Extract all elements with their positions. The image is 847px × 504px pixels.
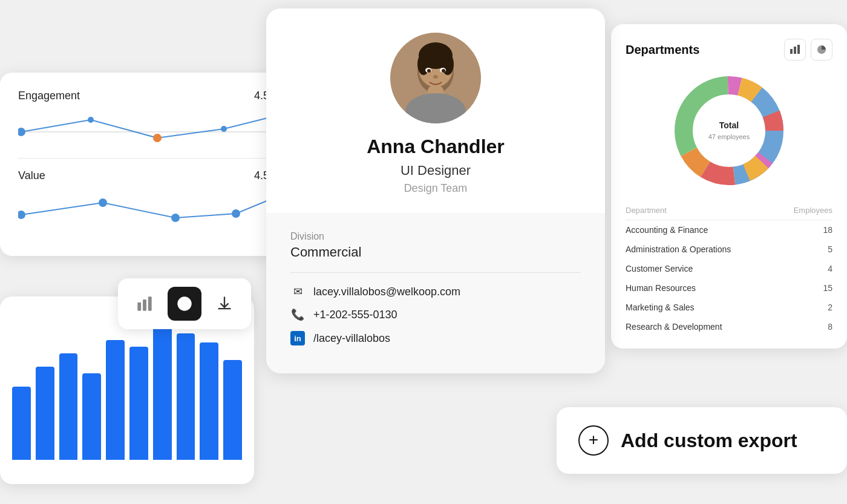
- dept-table: Department Employees Accounting & Financ…: [626, 203, 832, 336]
- bar-item: [12, 387, 31, 460]
- dept-table-row: Accounting & Finance18: [626, 220, 832, 240]
- dept-bar-icon: [790, 44, 800, 55]
- svg-point-3: [153, 134, 162, 142]
- phone-contact-item: 📞 +1-202-555-0130: [290, 308, 581, 321]
- dept-header: Departments: [626, 39, 832, 61]
- avatar: [390, 33, 481, 123]
- dept-cell: Marketing & Sales: [626, 298, 777, 317]
- engagement-card: Engagement 4.5/6 Value 4.5/6: [0, 73, 309, 256]
- bar-item: [59, 353, 78, 460]
- engagement-title: Engagement: [18, 90, 80, 102]
- profile-card: Anna Chandler UI Designer Design Team Di…: [266, 8, 605, 373]
- svg-rect-11: [137, 303, 141, 311]
- dept-pie-view-button[interactable]: [811, 39, 832, 61]
- svg-point-9: [232, 209, 240, 218]
- dept-cell: Human Resources: [626, 278, 777, 298]
- bar-chart-icon: [136, 295, 153, 312]
- icon-toolbar-card: [118, 278, 251, 329]
- email-contact-item: ✉ lacey.villalobos@welkoop.com: [290, 285, 581, 298]
- dept-cell: Research & Development: [626, 317, 777, 336]
- svg-rect-12: [143, 299, 146, 311]
- emp-count-cell: 2: [777, 298, 832, 317]
- bar-item: [82, 373, 101, 460]
- svg-point-26: [433, 75, 438, 79]
- profile-bottom-section: Division Commercial ✉ lacey.villalobos@w…: [266, 213, 605, 373]
- svg-point-6: [18, 211, 25, 219]
- departments-card: Departments: [611, 24, 847, 349]
- bar-item: [36, 367, 54, 460]
- dept-view-buttons: [784, 39, 832, 61]
- profile-top-section: Anna Chandler UI Designer Design Team: [266, 8, 605, 213]
- export-card[interactable]: + Add custom export: [557, 407, 847, 474]
- value-metric: Value 4.5/6: [18, 169, 290, 227]
- svg-point-24: [427, 69, 431, 73]
- emp-count-cell: 4: [777, 259, 832, 278]
- download-icon: [216, 295, 233, 312]
- bar-item: [106, 340, 125, 460]
- bar-item: [200, 342, 218, 460]
- svg-rect-28: [794, 47, 796, 54]
- svg-point-4: [221, 126, 227, 132]
- division-label: Division: [290, 231, 581, 242]
- svg-point-8: [171, 214, 180, 222]
- plus-circle-icon: +: [578, 425, 609, 456]
- dept-title: Departments: [626, 43, 699, 57]
- linkedin-contact-item: in /lacey-villalobos: [290, 331, 581, 345]
- bar-chart-button[interactable]: [128, 287, 162, 321]
- emp-count-cell: 8: [777, 317, 832, 336]
- export-label: Add custom export: [621, 430, 797, 452]
- bar-item: [177, 333, 195, 460]
- dept-pie-icon: [816, 44, 827, 55]
- donut-chart-container: Total 47 employees: [626, 70, 832, 191]
- bar-item: [223, 360, 242, 460]
- engagement-metric: Engagement 4.5/6: [18, 90, 290, 147]
- profile-name: Anna Chandler: [290, 136, 581, 158]
- engagement-line-chart: [18, 111, 290, 147]
- emp-col-header: Employees: [777, 203, 832, 220]
- emp-count-cell: 5: [777, 240, 832, 259]
- dept-table-row: Administration & Operations5: [626, 240, 832, 259]
- donut-center-sub: 47 employees: [708, 133, 750, 140]
- emp-count-cell: 15: [777, 278, 832, 298]
- svg-point-1: [18, 128, 25, 136]
- svg-point-25: [442, 69, 445, 73]
- donut-inner-circle: [702, 103, 756, 158]
- svg-rect-13: [148, 296, 152, 310]
- dept-table-row: Research & Development8: [626, 317, 832, 336]
- svg-point-2: [88, 117, 94, 123]
- bar-item: [153, 327, 172, 460]
- svg-rect-27: [790, 49, 793, 54]
- bar-chart-inner: [12, 309, 242, 460]
- pie-chart-icon: [176, 295, 193, 312]
- donut-chart: Total 47 employees: [669, 70, 790, 191]
- svg-point-7: [99, 198, 107, 207]
- dept-table-row: Customer Service4: [626, 259, 832, 278]
- profile-divider: [290, 272, 581, 273]
- dept-cell: Customer Service: [626, 259, 777, 278]
- linkedin-icon: in: [290, 331, 305, 345]
- phone-icon: 📞: [290, 308, 305, 321]
- linkedin-text: /lacey-villalobos: [313, 332, 390, 345]
- dept-col-header: Department: [626, 203, 777, 220]
- phone-text: +1-202-555-0130: [313, 309, 397, 321]
- profile-team: Design Team: [290, 182, 581, 195]
- svg-rect-29: [797, 45, 800, 54]
- dept-cell: Accounting & Finance: [626, 220, 777, 240]
- email-icon: ✉: [290, 285, 305, 298]
- profile-job-title: UI Designer: [290, 163, 581, 178]
- emp-count-cell: 18: [777, 220, 832, 240]
- value-line-chart: [18, 191, 290, 227]
- download-button[interactable]: [208, 287, 241, 321]
- dept-table-row: Human Resources15: [626, 278, 832, 298]
- pie-chart-button[interactable]: [168, 287, 201, 321]
- metric-divider: [18, 158, 290, 159]
- bar-item: [129, 347, 148, 460]
- dept-bar-view-button[interactable]: [784, 39, 806, 61]
- email-text: lacey.villalobos@welkoop.com: [313, 286, 460, 298]
- dept-table-row: Marketing & Sales2: [626, 298, 832, 317]
- donut-center-label: Total: [719, 120, 739, 130]
- value-title: Value: [18, 169, 45, 182]
- division-value: Commercial: [290, 244, 581, 260]
- dept-cell: Administration & Operations: [626, 240, 777, 259]
